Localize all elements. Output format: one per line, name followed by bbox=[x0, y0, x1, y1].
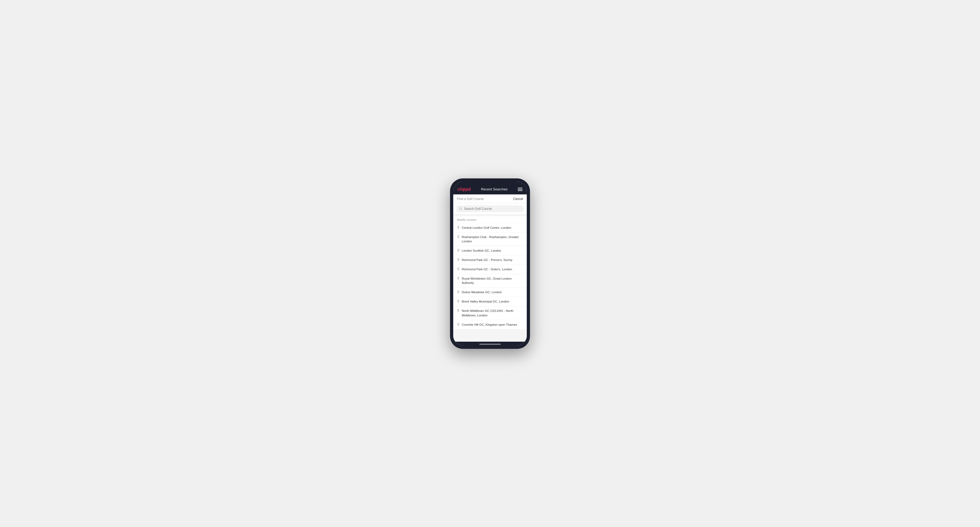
course-name: North Middlesex GC (1011942 - North Midd… bbox=[462, 309, 523, 317]
pin-icon bbox=[457, 258, 460, 262]
course-name: Coombe Hill GC, Kingston upon Thames bbox=[462, 322, 517, 327]
menu-bar-2 bbox=[518, 189, 522, 190]
search-header: Find a Golf Course Cancel bbox=[453, 194, 527, 203]
pin-icon bbox=[457, 235, 460, 239]
pin-icon bbox=[457, 277, 460, 280]
find-label: Find a Golf Course bbox=[457, 197, 484, 201]
course-name: Roehampton Club - Roehampton, Greater Lo… bbox=[462, 235, 523, 243]
course-name: Central London Golf Centre, London bbox=[462, 225, 511, 230]
list-item[interactable]: Roehampton Club - Roehampton, Greater Lo… bbox=[453, 232, 527, 246]
course-name: Royal Wimbledon GC, Great London Authori… bbox=[462, 276, 523, 285]
list-item[interactable]: London Scottish GC, London bbox=[453, 246, 527, 255]
course-name: London Scottish GC, London bbox=[462, 248, 501, 253]
app-logo: clippd bbox=[458, 187, 471, 192]
content-area: Find a Golf Course Cancel Nearby courses bbox=[453, 194, 527, 342]
menu-bar-1 bbox=[518, 188, 522, 188]
app-header: clippd Recent Searches bbox=[453, 185, 527, 194]
list-item[interactable]: Richmond Park GC - Duke's, London bbox=[453, 264, 527, 274]
phone-frame: clippd Recent Searches Find a Golf Cours… bbox=[450, 178, 530, 349]
list-item[interactable]: Brent Valley Municipal GC, London bbox=[453, 297, 527, 306]
pin-icon bbox=[457, 323, 460, 326]
course-name: Dukes Meadows GC, London bbox=[462, 290, 502, 294]
phone-inner: clippd Recent Searches Find a Golf Cours… bbox=[453, 182, 527, 346]
course-name: Richmond Park GC - Prince's, Surrey bbox=[462, 258, 512, 262]
list-item[interactable]: Dukes Meadows GC, London bbox=[453, 287, 527, 297]
home-indicator bbox=[453, 342, 527, 346]
pin-icon bbox=[457, 300, 460, 303]
list-item[interactable]: Royal Wimbledon GC, Great London Authori… bbox=[453, 274, 527, 287]
search-input[interactable] bbox=[464, 207, 521, 211]
course-name: Richmond Park GC - Duke's, London bbox=[462, 267, 512, 271]
menu-icon[interactable] bbox=[518, 188, 522, 191]
svg-line-1 bbox=[461, 209, 462, 210]
pin-icon bbox=[457, 309, 460, 313]
search-icon bbox=[459, 207, 462, 210]
list-item[interactable]: North Middlesex GC (1011942 - North Midd… bbox=[453, 306, 527, 319]
course-name: Brent Valley Municipal GC, London bbox=[462, 299, 509, 303]
home-bar bbox=[479, 344, 501, 344]
menu-bar-3 bbox=[518, 190, 522, 191]
status-bar bbox=[453, 182, 527, 185]
search-input-wrapper bbox=[453, 203, 527, 214]
list-item[interactable]: Richmond Park GC - Prince's, Surrey bbox=[453, 255, 527, 264]
pin-icon bbox=[457, 226, 460, 229]
list-item[interactable]: Coombe Hill GC, Kingston upon Thames bbox=[453, 320, 527, 329]
pin-icon bbox=[457, 267, 460, 271]
nearby-label: Nearby courses bbox=[453, 216, 527, 223]
header-title: Recent Searches bbox=[481, 187, 508, 191]
nearby-section: Nearby courses Central London Golf Centr… bbox=[453, 216, 527, 329]
list-item[interactable]: Central London Golf Centre, London bbox=[453, 223, 527, 232]
pin-icon bbox=[457, 249, 460, 252]
search-input-inner bbox=[457, 205, 523, 212]
pin-icon bbox=[457, 290, 460, 294]
cancel-button[interactable]: Cancel bbox=[513, 197, 523, 201]
